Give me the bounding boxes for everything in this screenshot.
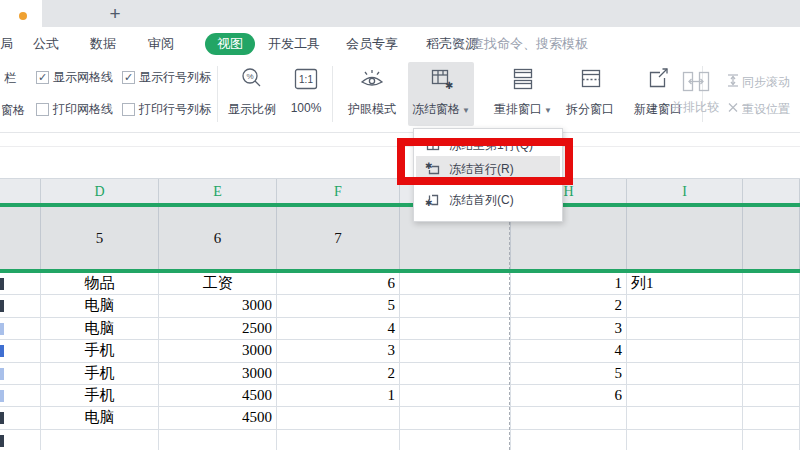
menu-tab-layout-clipped[interactable]: 局	[0, 27, 14, 60]
cell[interactable]: 5	[277, 295, 400, 316]
cell-row1-J[interactable]	[743, 207, 800, 269]
menu-tab-view-active[interactable]: 视图	[205, 33, 255, 55]
checkbox-show-headings[interactable]: 显示行号列标	[122, 69, 211, 86]
column-header-E[interactable]: E	[159, 179, 277, 204]
cell-row1-I[interactable]	[627, 207, 743, 269]
cell[interactable]: 电脑	[41, 407, 159, 428]
sync-scroll-icon[interactable]	[726, 73, 740, 88]
column-header-C[interactable]	[0, 179, 41, 204]
cell[interactable]	[400, 385, 511, 406]
cell[interactable]: 6	[511, 385, 627, 406]
cell[interactable]	[277, 407, 400, 428]
column-header-J[interactable]	[743, 179, 800, 204]
menu-tab-data[interactable]: 数据	[90, 27, 116, 60]
checkbox-show-gridlines[interactable]: 显示网格线	[36, 69, 113, 86]
reset-position-icon[interactable]	[726, 100, 740, 115]
menu-tab-membership[interactable]: 会员专享	[346, 27, 398, 60]
cell[interactable]	[743, 385, 800, 406]
cell[interactable]: 3000	[159, 363, 277, 384]
cell[interactable]: 4	[277, 318, 400, 339]
cell[interactable]	[0, 385, 41, 406]
cell[interactable]	[159, 430, 277, 450]
cell[interactable]	[627, 318, 743, 339]
cell[interactable]: 工资	[159, 273, 277, 294]
cell[interactable]	[627, 407, 743, 428]
cell[interactable]: 3000	[159, 295, 277, 316]
cell[interactable]	[400, 318, 511, 339]
cell[interactable]	[743, 318, 800, 339]
cell[interactable]: 6	[277, 273, 400, 294]
column-header-F[interactable]: F	[277, 179, 400, 204]
new-tab-button[interactable]: +	[104, 1, 126, 27]
cell[interactable]: 4	[511, 340, 627, 361]
cell[interactable]	[400, 340, 511, 361]
cell-row1-D[interactable]: 5	[41, 207, 159, 269]
cell[interactable]: 4500	[159, 385, 277, 406]
cell[interactable]	[277, 430, 400, 450]
cell[interactable]: 手机	[41, 340, 159, 361]
cell[interactable]: 1	[511, 273, 627, 294]
cell[interactable]	[400, 407, 511, 428]
compare-side-by-side-icon[interactable]	[680, 70, 712, 96]
cell[interactable]	[0, 295, 41, 316]
cell[interactable]: 2	[277, 363, 400, 384]
new-window-icon[interactable]	[646, 66, 672, 92]
eye-protection-button[interactable]: 护眼模式	[344, 101, 400, 118]
zoom-scale-icon[interactable]: %	[239, 66, 265, 92]
menu-tab-formulas[interactable]: 公式	[33, 27, 59, 60]
menu-tab-developer[interactable]: 开发工具	[268, 27, 320, 60]
checkbox-print-headings[interactable]: 打印行号列标	[122, 101, 211, 118]
cell[interactable]	[511, 430, 627, 450]
cell[interactable]	[0, 273, 41, 294]
cell[interactable]	[743, 430, 800, 450]
zoom-100-button[interactable]: 100%	[286, 101, 326, 115]
cell[interactable]	[0, 340, 41, 361]
cell[interactable]	[400, 430, 511, 450]
cell-row1-F[interactable]: 7	[277, 207, 400, 269]
cell[interactable]: 3000	[159, 340, 277, 361]
split-window-icon[interactable]	[578, 66, 604, 92]
cell[interactable]	[0, 363, 41, 384]
menu-item-freeze-first-row[interactable]: ✱ 冻结首行(R)	[416, 156, 560, 182]
rearrange-windows-icon[interactable]	[510, 66, 536, 92]
cell[interactable]	[627, 340, 743, 361]
cell[interactable]: 1	[277, 385, 400, 406]
cell[interactable]	[743, 295, 800, 316]
cell-row1-C[interactable]	[0, 207, 41, 269]
zoom-100-icon[interactable]: 1:1	[294, 68, 318, 90]
eye-protection-icon[interactable]	[358, 65, 386, 92]
cell[interactable]	[41, 430, 159, 450]
cell[interactable]: 4500	[159, 407, 277, 428]
rearrange-windows-button[interactable]: 重排窗口▼	[488, 101, 558, 118]
cell[interactable]: 电脑	[41, 318, 159, 339]
zoom-scale-button[interactable]: 显示比例	[224, 101, 280, 118]
cell[interactable]: 3	[511, 318, 627, 339]
cell[interactable]	[627, 295, 743, 316]
freeze-panes-button[interactable]: 冻结窗格▼	[409, 101, 473, 118]
cell[interactable]: 3	[277, 340, 400, 361]
menu-item-freeze-first-col[interactable]: ✱ 冻结首列(C)	[416, 187, 560, 213]
cell[interactable]	[0, 430, 41, 450]
cell[interactable]	[743, 340, 800, 361]
cell[interactable]	[627, 363, 743, 384]
cell[interactable]: 列1	[627, 273, 743, 294]
cell[interactable]	[743, 273, 800, 294]
cell[interactable]	[627, 430, 743, 450]
cell[interactable]	[743, 363, 800, 384]
cell[interactable]: 2	[511, 295, 627, 316]
split-window-button[interactable]: 拆分窗口	[560, 101, 620, 118]
cell[interactable]	[511, 407, 627, 428]
cell[interactable]	[400, 295, 511, 316]
column-header-I[interactable]: I	[627, 179, 743, 204]
cell[interactable]	[400, 273, 511, 294]
cell[interactable]	[627, 385, 743, 406]
freeze-panes-icon[interactable]: ✱	[428, 66, 454, 92]
column-header-D[interactable]: D	[41, 179, 159, 204]
cell-row1-E[interactable]: 6	[159, 207, 277, 269]
menu-item-freeze-to-row1[interactable]: 冻结至第1行(Q)	[416, 132, 560, 158]
reset-position-button[interactable]: 重设位置	[742, 101, 800, 118]
cell[interactable]: 手机	[41, 385, 159, 406]
cell[interactable]: 电脑	[41, 295, 159, 316]
cell[interactable]: 5	[511, 363, 627, 384]
cell[interactable]	[0, 318, 41, 339]
